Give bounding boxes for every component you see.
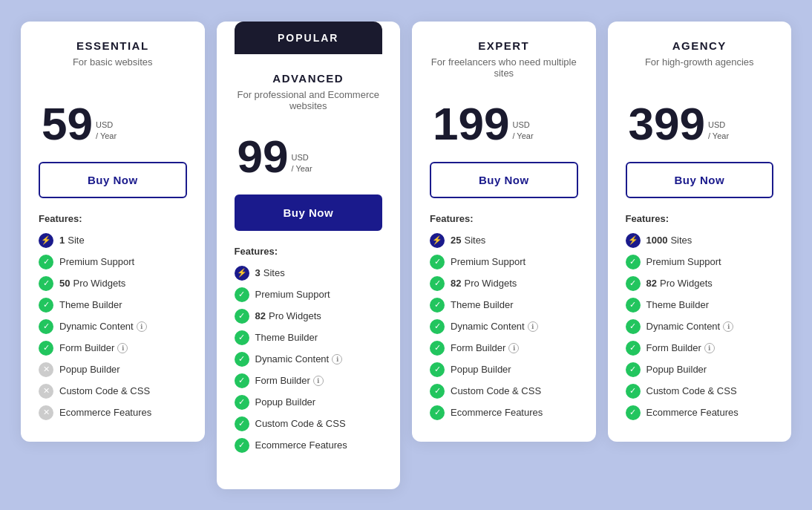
feature-item: ✕ Popup Builder bbox=[39, 362, 187, 377]
info-icon[interactable]: ℹ bbox=[332, 354, 342, 364]
feature-check-icon: ⚡ bbox=[39, 233, 53, 248]
feature-item: ✓ Form Builderℹ bbox=[430, 341, 578, 356]
feature-check-icon: ✓ bbox=[235, 438, 249, 453]
feature-check-icon: ⚡ bbox=[235, 266, 249, 281]
feature-check-icon: ✓ bbox=[430, 384, 445, 399]
popular-badge: POPULAR bbox=[235, 22, 383, 54]
feature-item: ✓ Theme Builder bbox=[430, 298, 578, 313]
feature-check-icon: ⚡ bbox=[626, 233, 641, 248]
feature-text: Popup Builder bbox=[59, 364, 120, 375]
feature-text: 25 Sites bbox=[451, 235, 485, 246]
plan-card-advanced: POPULAR ADVANCED For professional and Ec… bbox=[217, 22, 401, 489]
feature-check-icon: ✓ bbox=[430, 362, 445, 377]
feature-item: ✓ 50 Pro Widgets bbox=[39, 276, 187, 291]
plan-name-essential: ESSENTIAL bbox=[39, 39, 187, 52]
price-row-expert: 199 USD/ Year bbox=[430, 101, 578, 147]
info-icon[interactable]: ℹ bbox=[313, 376, 324, 386]
feature-item: ✕ Custom Code & CSS bbox=[39, 384, 187, 399]
feature-text: Dynamic Contentℹ bbox=[451, 321, 538, 332]
feature-text: Popup Builder bbox=[255, 396, 316, 408]
feature-check-icon: ✓ bbox=[626, 255, 641, 269]
info-icon[interactable]: ℹ bbox=[528, 321, 538, 332]
feature-text: Premium Support bbox=[59, 256, 134, 267]
feature-text: Form Builderℹ bbox=[451, 342, 519, 353]
feature-item: ✓ Form Builderℹ bbox=[235, 373, 383, 388]
feature-check-icon: ✓ bbox=[626, 319, 641, 334]
feature-check-icon: ✓ bbox=[430, 319, 445, 334]
info-icon[interactable]: ℹ bbox=[723, 321, 733, 332]
features-label-advanced: Features: bbox=[235, 246, 383, 257]
features-label-expert: Features: bbox=[430, 213, 578, 224]
price-meta-essential: USD/ Year bbox=[96, 120, 117, 143]
feature-item: ✓ Theme Builder bbox=[39, 298, 187, 313]
feature-item: ✓ Custom Code & CSS bbox=[626, 384, 774, 399]
info-icon[interactable]: ℹ bbox=[508, 343, 519, 353]
feature-check-icon: ✓ bbox=[430, 255, 445, 269]
feature-check-icon: ✓ bbox=[626, 298, 641, 313]
plan-name-agency: AGENCY bbox=[626, 39, 774, 52]
feature-item: ✓ Ecommerce Features bbox=[626, 405, 774, 420]
feature-text: 1 Site bbox=[59, 235, 85, 246]
feature-item: ✓ 82 Pro Widgets bbox=[430, 276, 578, 291]
feature-text: Custom Code & CSS bbox=[646, 385, 737, 396]
feature-text: 50 Pro Widgets bbox=[59, 278, 125, 289]
buy-button-advanced[interactable]: Buy Now bbox=[235, 194, 383, 231]
price-number-advanced: 99 bbox=[238, 134, 289, 180]
feature-text: 82 Pro Widgets bbox=[255, 310, 321, 321]
price-meta-advanced: USD/ Year bbox=[291, 152, 312, 175]
feature-item: ✓ Form Builderℹ bbox=[39, 341, 187, 356]
feature-item: ✓ 82 Pro Widgets bbox=[626, 276, 774, 291]
feature-check-icon: ✓ bbox=[430, 298, 445, 313]
price-meta-expert: USD/ Year bbox=[512, 120, 533, 143]
feature-text: Custom Code & CSS bbox=[59, 385, 150, 396]
feature-text: Theme Builder bbox=[451, 299, 514, 310]
feature-text: Dynamic Contentℹ bbox=[255, 353, 343, 364]
feature-item: ✓ Premium Support bbox=[39, 255, 187, 269]
feature-check-icon: ✓ bbox=[39, 255, 53, 269]
feature-check-icon: ✓ bbox=[626, 362, 641, 377]
feature-check-icon: ✓ bbox=[235, 416, 249, 431]
info-icon[interactable]: ℹ bbox=[704, 343, 715, 353]
feature-text: Premium Support bbox=[255, 289, 330, 300]
feature-text: 3 Sites bbox=[255, 267, 285, 278]
feature-item: ✓ Dynamic Contentℹ bbox=[39, 319, 187, 334]
plan-desc-agency: For high-growth agencies bbox=[626, 56, 774, 86]
feature-text: 1000 Sites bbox=[646, 235, 693, 246]
feature-check-icon: ✓ bbox=[235, 287, 249, 302]
feature-text: Popup Builder bbox=[451, 364, 511, 375]
plan-desc-expert: For freelancers who need multiple sites bbox=[430, 56, 578, 86]
feature-item: ✓ Ecommerce Features bbox=[430, 405, 578, 420]
info-icon[interactable]: ℹ bbox=[117, 343, 128, 353]
feature-text: Ecommerce Features bbox=[646, 407, 739, 418]
feature-check-icon: ✓ bbox=[39, 341, 53, 356]
info-icon[interactable]: ℹ bbox=[137, 321, 147, 332]
feature-check-icon: ✓ bbox=[430, 276, 445, 291]
feature-item: ✓ Custom Code & CSS bbox=[430, 384, 578, 399]
feature-item: ✓ Form Builderℹ bbox=[626, 341, 774, 356]
feature-text: Form Builderℹ bbox=[255, 375, 324, 386]
feature-text: 82 Pro Widgets bbox=[451, 278, 517, 289]
buy-button-agency[interactable]: Buy Now bbox=[626, 162, 774, 198]
feature-check-icon: ✓ bbox=[235, 373, 249, 388]
features-label-essential: Features: bbox=[39, 213, 187, 224]
feature-check-icon: ✓ bbox=[626, 276, 641, 291]
buy-button-expert[interactable]: Buy Now bbox=[430, 162, 578, 198]
price-row-agency: 399 USD/ Year bbox=[626, 101, 774, 147]
buy-button-essential[interactable]: Buy Now bbox=[39, 162, 187, 198]
feature-item: ✓ 82 Pro Widgets bbox=[235, 309, 383, 324]
feature-check-icon: ✓ bbox=[430, 405, 445, 420]
feature-check-icon: ✓ bbox=[235, 352, 249, 367]
feature-item: ⚡ 1 Site bbox=[39, 233, 187, 248]
feature-text: Form Builderℹ bbox=[646, 342, 715, 353]
plan-name-expert: EXPERT bbox=[430, 39, 578, 52]
feature-item: ⚡ 3 Sites bbox=[235, 266, 383, 281]
feature-check-icon: ✕ bbox=[39, 405, 53, 420]
feature-item: ✓ Theme Builder bbox=[235, 330, 383, 345]
feature-text: Ecommerce Features bbox=[451, 407, 543, 418]
feature-check-icon: ✓ bbox=[39, 298, 53, 313]
feature-item: ⚡ 25 Sites bbox=[430, 233, 578, 248]
feature-item: ✓ Dynamic Contentℹ bbox=[235, 352, 383, 367]
feature-text: Dynamic Contentℹ bbox=[646, 321, 734, 332]
feature-item: ⚡ 1000 Sites bbox=[626, 233, 774, 248]
plan-desc-advanced: For professional and Ecommerce websites bbox=[235, 89, 383, 119]
